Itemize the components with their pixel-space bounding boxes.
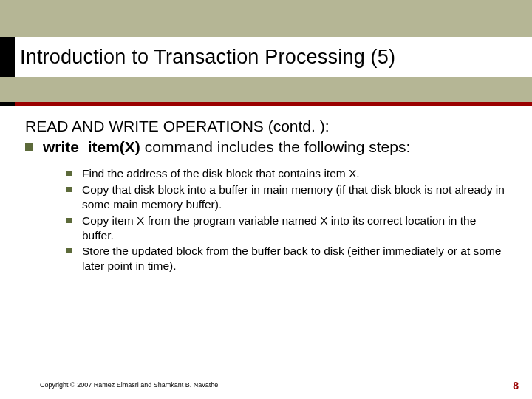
title-left-block [0,37,15,77]
sub-bullets: Find the address of the disk block that … [66,166,507,273]
bullet-level2: Copy that disk block into a buffer in ma… [66,183,507,212]
bullet-level1: write_item(X) command includes the follo… [25,137,507,157]
bullet-level2: Find the address of the disk block that … [66,166,507,181]
sub-bullet-text: Store the updated block from the buffer … [82,244,507,273]
square-bullet-icon [66,187,72,192]
sub-bullet-text: Find the address of the disk block that … [82,166,360,181]
square-bullet-icon [25,143,33,151]
bullet1-rest: command includes the following steps: [140,138,410,155]
bullet1-text: write_item(X) command includes the follo… [43,137,410,157]
bullet1-bold: write_item(X) [43,138,140,155]
page-number: 8 [513,380,519,392]
under-title-bar [0,77,532,102]
lead-text: READ AND WRITE OPERATIONS (contd. ): [25,117,507,136]
accent-row [0,102,532,106]
under-title-right [15,77,532,102]
slide: Introduction to Transaction Processing (… [0,0,532,399]
bullet-level2: Copy item X from the program variable na… [66,214,507,243]
title-row: Introduction to Transaction Processing (… [0,37,532,77]
top-bar [0,0,532,37]
accent-left [0,102,15,106]
square-bullet-icon [66,171,72,176]
accent-mid [15,102,89,106]
square-bullet-icon [66,218,72,223]
square-bullet-icon [66,248,72,253]
accent-rest [89,102,532,106]
sub-bullet-text: Copy that disk block into a buffer in ma… [82,183,507,212]
body: READ AND WRITE OPERATIONS (contd. ): wri… [0,106,532,273]
sub-bullet-text: Copy item X from the program variable na… [82,214,507,243]
under-title-left [0,77,15,102]
copyright-text: Copyright © 2007 Ramez Elmasri and Shamk… [40,381,218,389]
slide-title: Introduction to Transaction Processing (… [15,46,532,69]
bullet-level2: Store the updated block from the buffer … [66,244,507,273]
